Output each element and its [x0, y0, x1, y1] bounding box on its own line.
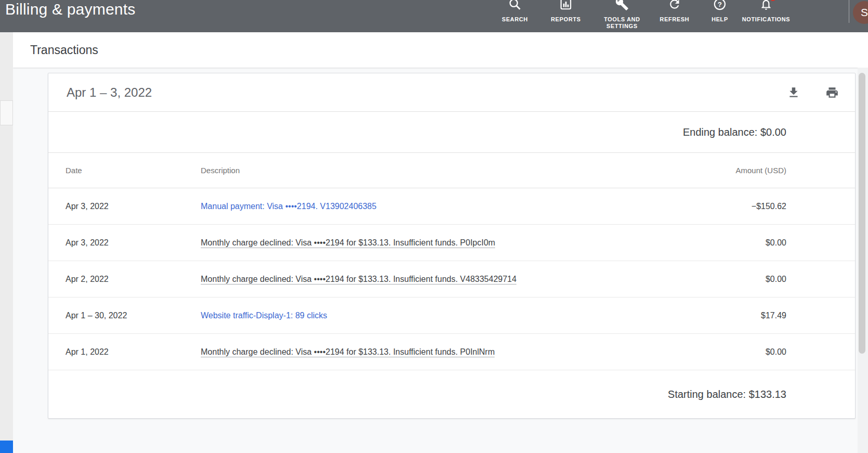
- nav-tools-label: TOOLS AND SETTINGS: [593, 16, 651, 30]
- transaction-amount: $17.49: [730, 311, 855, 320]
- ending-balance: Ending balance: $0.00: [683, 126, 786, 138]
- date-range: Apr 1 – 3, 2022: [67, 85, 152, 100]
- refresh-icon: [668, 0, 681, 11]
- column-header-description: Description: [201, 166, 730, 175]
- starting-balance: Starting balance: $133.13: [668, 389, 786, 400]
- starting-balance-row: Starting balance: $133.13: [48, 370, 855, 418]
- nav-reports[interactable]: REPORTS: [540, 0, 592, 32]
- page-title: Transactions: [30, 32, 98, 68]
- help-icon: ?: [713, 0, 727, 11]
- transaction-amount: −$150.62: [730, 202, 855, 211]
- column-header-date: Date: [48, 166, 201, 175]
- nav-notifications-label: NOTIFICATIONS: [742, 16, 791, 23]
- nav-tools-and-settings[interactable]: TOOLS AND SETTINGS: [593, 0, 651, 32]
- table-row: Apr 2, 2022 Monthly charge declined: Vis…: [48, 261, 855, 297]
- transaction-link[interactable]: Manual payment: Visa ••••2194. V13902406…: [201, 202, 377, 211]
- avatar-letter: S: [861, 6, 868, 19]
- nav-help-label: HELP: [711, 16, 728, 23]
- page-header-bar: Transactions: [13, 32, 868, 68]
- transaction-date: Apr 1 – 30, 2022: [48, 311, 201, 320]
- card-header: Apr 1 – 3, 2022: [48, 73, 855, 112]
- ending-balance-row: Ending balance: $0.00: [48, 112, 855, 153]
- nav-refresh[interactable]: REFRESH: [649, 0, 701, 32]
- download-icon: [787, 86, 800, 99]
- transaction-date: Apr 3, 2022: [48, 238, 201, 248]
- transaction-date: Apr 1, 2022: [48, 347, 201, 357]
- bell-icon: [759, 0, 773, 11]
- transaction-description: Monthly charge declined: Visa ••••2194 f…: [201, 347, 495, 357]
- nav-search[interactable]: SEARCH: [489, 0, 541, 32]
- transaction-amount: $0.00: [730, 275, 855, 284]
- transaction-description: Monthly charge declined: Visa ••••2194 f…: [201, 275, 516, 284]
- nav-help[interactable]: ? HELP: [694, 0, 746, 32]
- reports-icon: [559, 0, 573, 11]
- nav-reports-label: REPORTS: [551, 16, 580, 23]
- left-scrollbar-thumb[interactable]: [0, 100, 13, 125]
- column-header-amount: Amount (USD): [730, 166, 855, 175]
- wrench-icon: [615, 0, 629, 11]
- transaction-description: Monthly charge declined: Visa ••••2194 f…: [201, 238, 495, 248]
- bottom-left-blue-element[interactable]: [0, 441, 13, 453]
- transaction-date: Apr 3, 2022: [48, 202, 201, 211]
- table-header: Date Description Amount (USD): [48, 153, 855, 188]
- right-scrollbar-track: [858, 68, 868, 453]
- right-scrollbar-thumb[interactable]: [859, 73, 865, 354]
- nav-notifications[interactable]: NOTIFICATIONS: [741, 0, 791, 32]
- svg-text:?: ?: [718, 1, 722, 8]
- table-row: Apr 1 – 30, 2022 Website traffic-Display…: [48, 297, 855, 334]
- download-button[interactable]: [786, 85, 801, 100]
- nav-search-label: SEARCH: [502, 16, 528, 23]
- left-scrollbar-track: [0, 32, 13, 453]
- transaction-date: Apr 2, 2022: [48, 275, 201, 284]
- table-row: Apr 1, 2022 Monthly charge declined: Vis…: [48, 334, 855, 370]
- print-button[interactable]: [824, 85, 840, 100]
- transaction-amount: $0.00: [730, 347, 855, 357]
- search-icon: [508, 0, 522, 11]
- app-title: Billing & payments: [5, 0, 135, 21]
- print-icon: [825, 86, 839, 99]
- table-row: Apr 3, 2022 Manual payment: Visa ••••219…: [48, 188, 855, 225]
- avatar[interactable]: S: [853, 1, 868, 24]
- transaction-amount: $0.00: [730, 238, 855, 248]
- appbar-divider: [849, 0, 849, 23]
- nav-refresh-label: REFRESH: [660, 16, 690, 23]
- transactions-card: Apr 1 – 3, 2022 Ending balance: $0.00 Da…: [48, 73, 856, 419]
- transaction-link[interactable]: Website traffic-Display-1: 89 clicks: [201, 311, 327, 320]
- table-row: Apr 3, 2022 Monthly charge declined: Vis…: [48, 225, 855, 261]
- app-bar: Billing & payments SEARCH REPORTS TOOLS …: [0, 0, 868, 32]
